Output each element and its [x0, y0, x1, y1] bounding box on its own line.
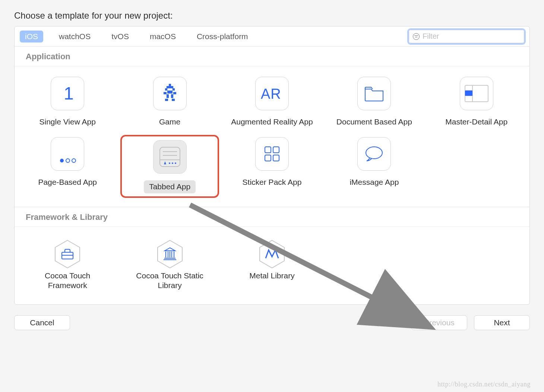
dialog-heading: Choose a template for your new project: — [14, 10, 530, 21]
library-icon — [153, 237, 187, 271]
svg-marker-25 — [164, 161, 166, 164]
svg-point-26 — [169, 162, 170, 164]
svg-point-27 — [172, 162, 173, 164]
template-game[interactable]: Game — [120, 75, 219, 130]
master-detail-icon — [460, 77, 493, 110]
svg-rect-6 — [164, 92, 167, 94]
template-master-detail-app[interactable]: Master-Detail App — [427, 75, 526, 130]
template-label: Sticker Pack App — [243, 177, 302, 187]
template-panel: iOS watchOS tvOS macOS Cross-platform Ap… — [14, 26, 530, 305]
template-cocoa-touch-framework[interactable]: Cocoa Touch Framework — [18, 235, 117, 294]
template-tabbed-app[interactable]: Tabbed App — [120, 135, 219, 197]
svg-point-20 — [72, 159, 76, 162]
svg-rect-8 — [167, 94, 169, 98]
platform-tab-crossplatform[interactable]: Cross-platform — [192, 31, 253, 42]
svg-text:AR: AR — [261, 86, 281, 102]
sticker-icon — [255, 137, 289, 171]
filter-field[interactable] — [409, 30, 524, 43]
toolbox-icon — [51, 237, 84, 271]
template-document-based-app[interactable]: Document Based App — [325, 75, 423, 130]
dialog-footer: Cancel Previous Next — [14, 315, 530, 330]
metal-icon — [255, 237, 289, 271]
next-button[interactable]: Next — [474, 315, 530, 330]
template-label: Cocoa Touch Static Library — [129, 271, 211, 291]
ar-icon: AR — [255, 77, 289, 110]
svg-rect-3 — [165, 88, 167, 91]
platform-tab-macos[interactable]: macOS — [145, 31, 181, 42]
template-augmented-reality-app[interactable]: AR Augmented Reality App — [223, 75, 321, 130]
svg-rect-9 — [171, 94, 173, 98]
single-view-icon: 1 — [51, 77, 84, 110]
platform-tab-tvos[interactable]: tvOS — [106, 31, 134, 42]
svg-point-18 — [60, 159, 64, 162]
watermark-text: http://blog.csdn.net/csdn_aiyang — [437, 380, 531, 388]
svg-rect-10 — [165, 99, 168, 101]
svg-rect-4 — [173, 88, 175, 91]
template-label: Master-Detail App — [445, 117, 507, 127]
svg-point-28 — [175, 162, 176, 164]
template-label: Page-Based App — [38, 177, 97, 187]
template-single-view-app[interactable]: 1 Single View App — [18, 75, 117, 130]
framework-grid: Cocoa Touch Framework Cocoa Touch Static… — [15, 227, 529, 305]
template-label: iMessage App — [350, 177, 399, 187]
page-based-icon — [51, 137, 84, 171]
template-page-based-app[interactable]: Page-Based App — [18, 135, 117, 197]
template-label: Cocoa Touch Framework — [26, 271, 108, 291]
template-metal-library[interactable]: Metal Library — [223, 235, 321, 294]
document-icon — [357, 77, 391, 110]
svg-rect-32 — [273, 155, 279, 161]
svg-rect-17 — [465, 91, 472, 96]
svg-rect-29 — [265, 147, 271, 153]
template-sticker-pack-app[interactable]: Sticker Pack App — [223, 135, 321, 197]
application-grid: 1 Single View App Game AR Augmented Real… — [15, 66, 529, 207]
svg-point-19 — [66, 159, 70, 162]
template-label: Game — [159, 117, 180, 127]
section-application-header: Application — [15, 47, 529, 66]
svg-rect-2 — [167, 86, 173, 88]
imessage-icon — [357, 137, 391, 171]
svg-rect-30 — [273, 147, 279, 153]
template-label: Document Based App — [336, 117, 412, 127]
template-cocoa-touch-static-library[interactable]: Cocoa Touch Static Library — [120, 235, 219, 294]
filter-icon — [413, 33, 420, 40]
previous-button[interactable]: Previous — [411, 315, 467, 330]
filter-input[interactable] — [423, 32, 520, 41]
svg-marker-34 — [55, 240, 80, 268]
platform-tab-ios[interactable]: iOS — [20, 31, 43, 42]
svg-text:1: 1 — [64, 83, 74, 103]
template-imessage-app[interactable]: iMessage App — [325, 135, 423, 197]
template-label: Metal Library — [249, 271, 294, 281]
svg-rect-5 — [167, 91, 173, 94]
svg-rect-31 — [265, 155, 271, 161]
section-framework-header: Framework & Library — [15, 207, 529, 227]
template-label: Augmented Reality App — [231, 117, 313, 127]
template-label: Single View App — [39, 117, 96, 127]
svg-rect-7 — [173, 92, 176, 94]
game-icon — [153, 77, 187, 110]
cancel-button[interactable]: Cancel — [14, 315, 70, 330]
svg-rect-1 — [169, 84, 171, 86]
tabbed-icon — [153, 140, 187, 174]
platform-tabbar: iOS watchOS tvOS macOS Cross-platform — [15, 26, 529, 47]
svg-marker-45 — [260, 240, 284, 268]
svg-rect-11 — [172, 99, 175, 101]
svg-point-33 — [366, 147, 382, 159]
template-label: Tabbed App — [144, 180, 196, 193]
platform-tab-watchos[interactable]: watchOS — [54, 31, 96, 42]
